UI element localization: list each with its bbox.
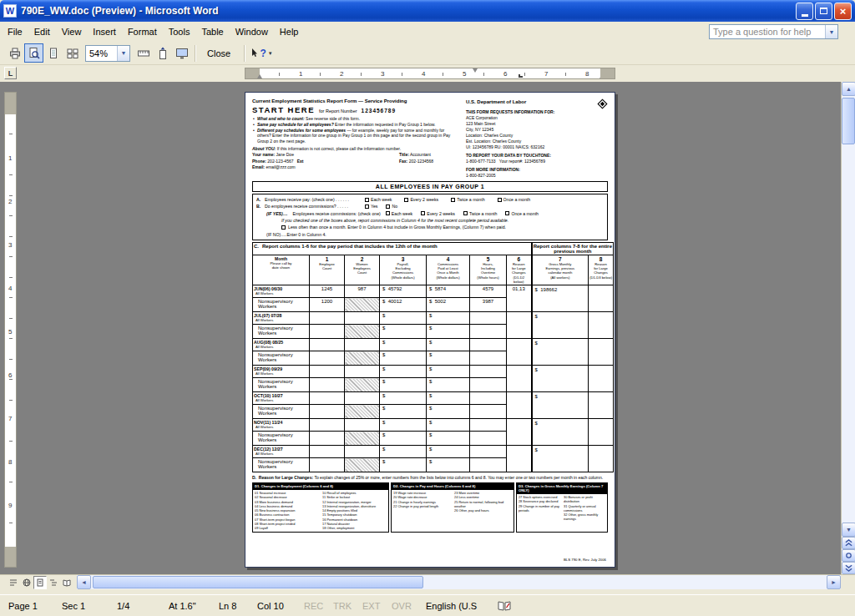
scroll-up-button[interactable]: ▲ xyxy=(842,82,855,96)
double-chevron-up-icon xyxy=(845,539,852,547)
ruler-number: 5 xyxy=(8,328,13,336)
status-mode-ext[interactable]: EXT xyxy=(362,601,392,611)
frequency-option: Once a month xyxy=(498,196,531,203)
reason-item: 30 Bonuses or profit distribution xyxy=(564,495,605,504)
title-bar[interactable]: W 790E_WW.doc (Preview) - Microsoft Word… xyxy=(0,0,855,22)
print-button[interactable] xyxy=(5,43,24,63)
menu-item-view[interactable]: View xyxy=(56,23,88,40)
full-screen-button[interactable] xyxy=(172,43,191,63)
close-preview-button[interactable]: Close xyxy=(200,45,239,62)
option-label: Once a month xyxy=(503,196,531,203)
vertical-scroll-track[interactable] xyxy=(842,96,855,523)
first-line-indent-marker[interactable] xyxy=(473,68,478,73)
ruler-icon xyxy=(137,47,150,60)
document-page[interactable]: Current Employment Statistics Report For… xyxy=(245,92,615,568)
cell-payroll: $ xyxy=(380,392,427,405)
tab-selector[interactable]: L xyxy=(4,67,17,79)
d3-heading: D3. Changes in Gross Monthly Earnings (C… xyxy=(517,483,607,494)
restore-button[interactable] xyxy=(815,3,832,20)
vertical-ruler: 123456789 xyxy=(0,82,22,574)
status-line: Ln 8 xyxy=(219,601,257,611)
if-yes-text: Employees receive commissions: (check on… xyxy=(293,210,381,217)
scroll-down-button[interactable]: ▼ xyxy=(842,523,855,537)
question-help-input[interactable]: Type a question for help ▼ xyxy=(709,24,838,39)
form-header-left: Current Employment Statistics Report For… xyxy=(252,98,459,179)
shrink-to-fit-button[interactable] xyxy=(153,43,172,63)
dol-logo-icon xyxy=(597,98,608,109)
scroll-right-button[interactable]: ► xyxy=(827,575,841,589)
menu-item-table[interactable]: Table xyxy=(195,23,229,40)
menu-item-tools[interactable]: Tools xyxy=(163,23,196,40)
menu-item-file[interactable]: File xyxy=(2,23,28,40)
left-indent-marker[interactable] xyxy=(257,74,262,78)
reason-item: 29 Change in number of pay periods xyxy=(519,504,560,513)
reason-code-boxes: D1. Changes in Employment (Columns 6 and… xyxy=(252,482,608,533)
menu-item-format[interactable]: Format xyxy=(122,23,163,40)
ruler-number: 8 xyxy=(584,70,589,78)
cell-commissions: $ xyxy=(427,366,470,378)
one-page-button[interactable] xyxy=(43,43,63,63)
vertical-scrollbar[interactable]: ▲ ▼ xyxy=(841,82,855,574)
option-label: Each week xyxy=(392,210,412,217)
title-label: Title: xyxy=(399,152,409,157)
horizontal-scroll-track[interactable] xyxy=(91,575,827,589)
menu-item-edit[interactable]: Edit xyxy=(28,23,56,40)
right-indent-marker[interactable] xyxy=(600,74,605,78)
cell-payroll: $ xyxy=(380,378,427,392)
scroll-left-button[interactable]: ◄ xyxy=(77,575,91,589)
ruler-number: 1 xyxy=(8,154,13,162)
zoom-combobox[interactable]: 54% ▼ xyxy=(85,45,130,62)
normal-view-button[interactable] xyxy=(7,576,20,589)
company-ids: UI: 123456789 RU: 00001 NAICS: 632162 xyxy=(466,144,608,150)
section-d-lead: Reason for Large Changes: xyxy=(259,475,313,480)
print-layout-view-button[interactable] xyxy=(33,576,47,589)
status-mode-trk[interactable]: TRK xyxy=(333,601,362,611)
nonsupervisory-label: Nonsupervisory Workers xyxy=(253,351,310,366)
outline-view-button[interactable] xyxy=(47,576,60,589)
option-label: Twice a month xyxy=(469,210,497,217)
close-window-button[interactable]: × xyxy=(834,3,852,20)
tab-stop-marker[interactable] xyxy=(519,74,523,78)
d2-box: D2. Changes in Pay and Hours (Columns 6 … xyxy=(391,482,514,533)
cell-employee-count xyxy=(310,378,345,392)
vertical-scroll-thumb[interactable] xyxy=(842,98,855,144)
spelling-status-icon[interactable] xyxy=(498,601,511,611)
word-app-icon[interactable]: W xyxy=(3,4,17,18)
horizontal-ruler-band[interactable]: 12345678 xyxy=(245,68,615,79)
section-c-left: C.Report columns 1-6 for the pay period … xyxy=(253,242,532,255)
previous-page-button[interactable] xyxy=(842,537,855,549)
nonsupervisory-label: Nonsupervisory Workers xyxy=(253,405,310,419)
menu-item-help[interactable]: Help xyxy=(274,23,305,40)
cell-women-count xyxy=(345,446,380,458)
menu-item-window[interactable]: Window xyxy=(230,23,274,40)
document-area[interactable]: Current Employment Statistics Report For… xyxy=(22,82,841,574)
zoom-dropdown-icon[interactable]: ▼ xyxy=(117,46,129,61)
cell-hours xyxy=(470,366,507,378)
menu-bar: FileEditViewInsertFormatToolsTableWindow… xyxy=(0,22,855,42)
cell-hours: 4579 xyxy=(470,285,507,298)
menu-item-insert[interactable]: Insert xyxy=(87,23,122,40)
select-browse-object-button[interactable] xyxy=(842,549,855,562)
about-you-text: If this information is not correct, plea… xyxy=(276,146,401,151)
reading-layout-view-button[interactable] xyxy=(60,576,73,589)
next-page-button[interactable] xyxy=(842,562,855,574)
magnifier-button[interactable] xyxy=(24,43,43,63)
multiple-pages-button[interactable] xyxy=(63,43,82,63)
ruler-number: 4 xyxy=(8,285,13,292)
horizontal-scroll-thumb[interactable] xyxy=(93,576,423,588)
cell-employee-count xyxy=(310,432,345,446)
cell-commissions: $ xyxy=(427,351,470,366)
chevron-down-icon[interactable]: ▼ xyxy=(825,25,837,38)
web-layout-view-button[interactable] xyxy=(20,576,33,589)
ruler-number: 7 xyxy=(544,70,549,78)
status-mode-ovr[interactable]: OVR xyxy=(392,601,421,611)
reason-item: 09 Layoff xyxy=(255,526,319,530)
minimize-button[interactable] xyxy=(796,3,813,20)
view-ruler-button[interactable] xyxy=(134,43,153,63)
help-button[interactable]: ? ▼ xyxy=(248,43,276,63)
magnifier-icon xyxy=(28,47,41,60)
cell-commissions: $ 5874 xyxy=(427,285,470,298)
vertical-ruler-band[interactable]: 123456789 xyxy=(4,92,17,568)
cell-reason-8 xyxy=(589,392,614,419)
status-mode-rec[interactable]: REC xyxy=(304,601,333,611)
